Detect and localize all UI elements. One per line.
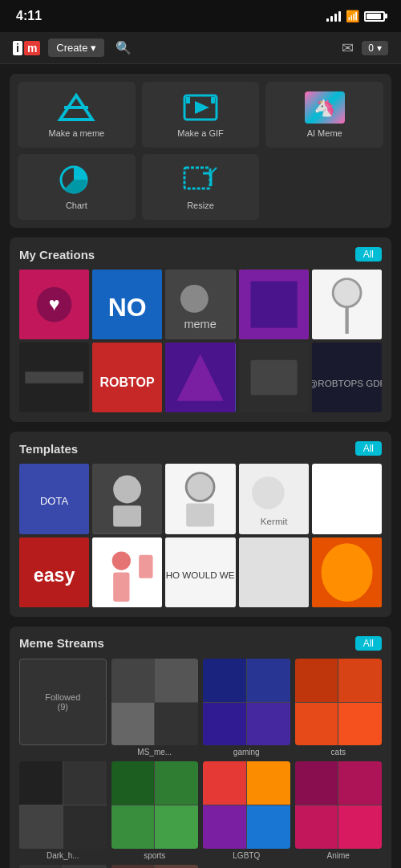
svg-text:ROBTOP: ROBTOP xyxy=(100,375,155,389)
stream-sports[interactable]: sports xyxy=(111,761,199,860)
stream-cats-thumb xyxy=(295,659,383,746)
meme-streams-header: Meme Streams All xyxy=(19,636,382,651)
template-thumb-3[interactable] xyxy=(165,464,235,533)
svg-rect-29 xyxy=(250,360,297,395)
template-thumb-4[interactable]: Kermit xyxy=(239,464,309,533)
resize-label: Resize xyxy=(187,201,214,210)
stream-gaming-label: gaming xyxy=(233,748,260,756)
chevron-down-icon: ▾ xyxy=(91,42,96,54)
svg-rect-51 xyxy=(239,537,309,607)
make-meme-label: Make a meme xyxy=(48,128,104,138)
make-gif-icon xyxy=(180,91,221,124)
make-gif-card[interactable]: Make a GIF xyxy=(142,82,260,148)
ai-meme-icon: 🦄 xyxy=(305,91,345,124)
chart-card[interactable]: Chart xyxy=(18,154,136,220)
svg-text:DOTA: DOTA xyxy=(40,495,69,507)
my-creations-all-button[interactable]: All xyxy=(355,247,382,262)
create-cards-grid: Make a meme Make a GIF 🦄 AI Meme xyxy=(10,74,391,228)
stream-anime[interactable]: Anime xyxy=(295,761,383,860)
svg-point-35 xyxy=(113,476,141,504)
template-thumb-7[interactable] xyxy=(92,537,162,607)
svg-rect-47 xyxy=(113,572,129,601)
svg-text:HO WOULD WE: HO WOULD WE xyxy=(166,569,235,579)
stream-ms-me-label: MS_me... xyxy=(137,748,172,756)
templates-header: Templates All xyxy=(19,441,382,456)
template-thumb-6[interactable]: easy xyxy=(19,537,89,607)
make-meme-card[interactable]: Make a meme xyxy=(18,82,136,148)
templates-all-button[interactable]: All xyxy=(355,441,382,456)
template-thumb-1[interactable]: DOTA xyxy=(19,464,89,533)
template-thumb-8[interactable]: HO WOULD WE xyxy=(165,537,235,607)
svg-rect-18 xyxy=(250,282,297,328)
creation-thumb-8[interactable] xyxy=(165,343,235,412)
stream-cats[interactable]: cats xyxy=(295,659,383,757)
main-content: Make a meme Make a GIF 🦄 AI Meme xyxy=(0,64,401,868)
resize-card[interactable]: Resize xyxy=(142,154,260,220)
logo-m: m xyxy=(24,41,40,55)
templates-grid: DOTA Kermit easy HO WOULD WE xyxy=(19,464,382,606)
svg-text:easy: easy xyxy=(34,565,75,586)
creation-thumb-6[interactable] xyxy=(19,343,89,412)
svg-text:@ROBTOPS GDF: @ROBTOPS GDF xyxy=(312,378,382,388)
my-creations-title: My Creations xyxy=(19,248,95,262)
svg-rect-6 xyxy=(211,97,215,103)
stream-dark-h[interactable]: Dark_h... xyxy=(19,761,107,860)
signal-bars-icon xyxy=(326,10,341,22)
creation-thumb-4[interactable] xyxy=(239,270,309,339)
logo-i: i xyxy=(13,41,22,55)
svg-point-41 xyxy=(252,477,285,509)
svg-rect-48 xyxy=(139,554,152,578)
stream-lgbtq-label: LGBTQ xyxy=(233,851,260,860)
svg-text:Kermit: Kermit xyxy=(260,516,287,526)
creation-thumb-10[interactable]: @ROBTOPS GDF xyxy=(312,343,382,412)
mail-icon[interactable]: ✉ xyxy=(342,39,354,57)
ai-meme-card[interactable]: 🦄 AI Meme xyxy=(265,82,383,148)
meme-streams-all-button[interactable]: All xyxy=(355,636,382,651)
stream-ms-me-thumb xyxy=(111,659,199,746)
wifi-icon: 📶 xyxy=(346,10,359,22)
status-icons: 📶 xyxy=(326,10,385,22)
stream-ms-me[interactable]: MS_me... xyxy=(111,659,199,757)
stream-furries-thumb xyxy=(111,865,199,868)
template-thumb-5[interactable] xyxy=(312,464,382,533)
create-button[interactable]: Create ▾ xyxy=(48,39,104,57)
search-icon[interactable]: 🔍 xyxy=(115,40,132,55)
svg-point-20 xyxy=(333,279,361,307)
status-bar: 4:11 📶 xyxy=(0,0,401,32)
stream-furries[interactable]: Furries-... xyxy=(111,865,199,868)
creation-thumb-3[interactable]: meme xyxy=(165,270,235,339)
streams-grid: Followed(9) MS_me... xyxy=(19,659,382,868)
svg-text:♥: ♥ xyxy=(49,294,60,314)
creation-thumb-2[interactable]: NO xyxy=(92,270,162,339)
svg-rect-8 xyxy=(184,168,210,189)
templates-section: Templates All DOTA Kermit easy xyxy=(10,432,391,616)
stream-followed-thumb: Followed(9) xyxy=(19,659,107,746)
template-thumb-10[interactable] xyxy=(312,537,382,607)
notification-badge[interactable]: 0 ▾ xyxy=(362,41,388,55)
stream-anime-label: Anime xyxy=(327,851,350,860)
stream-sports-label: sports xyxy=(144,851,165,860)
creation-thumb-5[interactable] xyxy=(312,270,382,339)
chevron-down-icon: ▾ xyxy=(377,43,382,54)
logo[interactable]: i m xyxy=(13,41,40,55)
make-meme-icon xyxy=(56,91,96,124)
stream-gaming[interactable]: gaming xyxy=(203,659,290,757)
stream-anime-thumb xyxy=(295,761,383,849)
creation-thumb-1[interactable]: ♥ xyxy=(19,270,89,339)
chart-icon xyxy=(56,164,96,196)
templates-title: Templates xyxy=(19,442,78,456)
stream-imgflip[interactable]: Imgflip-... xyxy=(19,865,107,868)
template-thumb-2[interactable] xyxy=(92,464,162,533)
creation-thumb-9[interactable] xyxy=(239,343,309,412)
stream-imgflip-thumb xyxy=(19,865,107,868)
creation-thumb-7[interactable]: ROBTOP xyxy=(92,343,162,412)
stream-cats-label: cats xyxy=(331,748,346,756)
template-thumb-9[interactable] xyxy=(239,537,309,607)
status-time: 4:11 xyxy=(16,9,42,23)
svg-point-53 xyxy=(321,543,372,602)
stream-lgbtq[interactable]: LGBTQ xyxy=(203,761,290,860)
my-creations-section: My Creations All ♥ NO meme ROBTOP xyxy=(10,237,391,422)
make-gif-label: Make a GIF xyxy=(177,128,223,138)
stream-followed[interactable]: Followed(9) xyxy=(19,659,107,757)
svg-text:meme: meme xyxy=(184,318,217,331)
